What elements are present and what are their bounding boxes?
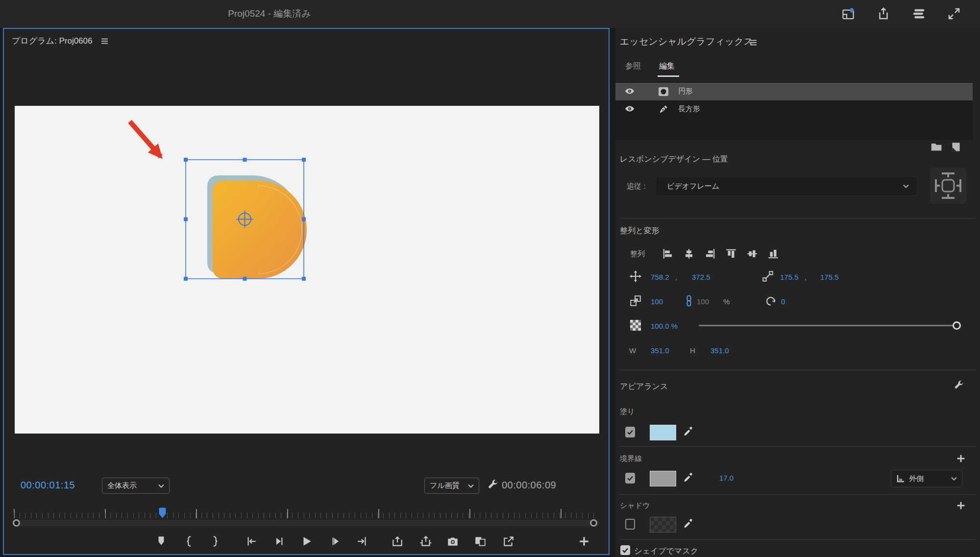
- shadow-swatch[interactable]: [650, 517, 676, 533]
- comparison-view-icon[interactable]: [474, 535, 487, 548]
- stroke-label: 境界線: [620, 454, 642, 463]
- scale-icon: [629, 294, 642, 309]
- fullscreen-icon[interactable]: [947, 6, 961, 21]
- go-to-out-icon[interactable]: [356, 535, 369, 548]
- mark-in-icon[interactable]: [183, 535, 196, 548]
- comma: ,: [675, 273, 677, 281]
- rotation-value[interactable]: 0: [781, 297, 785, 306]
- width-value[interactable]: 351.0: [651, 346, 669, 355]
- pin-to-video-frame-widget[interactable]: [930, 168, 966, 204]
- project-title: Proj0524 - 編集済み: [196, 7, 343, 20]
- current-timecode[interactable]: 00:00:01:15: [21, 480, 75, 491]
- scrollbar-right-handle[interactable]: [590, 519, 597, 527]
- settings-wrench-icon[interactable]: [486, 479, 499, 493]
- position-y-value[interactable]: 372.5: [692, 273, 710, 281]
- height-value[interactable]: 351.0: [710, 346, 729, 355]
- scale-x-value[interactable]: 100: [651, 297, 663, 306]
- playback-quality-select[interactable]: フル画質: [424, 478, 479, 494]
- stroke-checkbox[interactable]: [625, 473, 635, 484]
- program-panel-menu-icon[interactable]: [100, 36, 110, 48]
- play-icon[interactable]: [300, 535, 313, 548]
- display-zoom-select[interactable]: 全体表示: [102, 478, 170, 494]
- responsive-design-heading: レスポンシブデザイン — 位置: [620, 154, 728, 165]
- shadow-label: シャドウ: [620, 501, 650, 510]
- stroke-style-select[interactable]: 外側: [891, 470, 962, 487]
- move-icon: [629, 270, 642, 285]
- appearance-heading: アピアランス: [620, 382, 668, 392]
- circle-shape[interactable]: [213, 181, 307, 279]
- align-left-icon[interactable]: [662, 247, 674, 262]
- button-editor-plus-icon[interactable]: [578, 535, 590, 548]
- add-marker-icon[interactable]: [155, 535, 168, 548]
- anchor-x-value[interactable]: 175.5: [780, 273, 799, 281]
- add-stroke-plus-icon[interactable]: [956, 453, 966, 464]
- sequence-duration: 00:00:06:09: [502, 480, 556, 491]
- anchor-y-value[interactable]: 175.5: [820, 273, 839, 281]
- program-canvas[interactable]: [15, 106, 599, 434]
- share-icon[interactable]: [876, 6, 891, 21]
- workspace-icon[interactable]: [841, 6, 856, 21]
- opacity-value[interactable]: 100.0 %: [651, 322, 678, 330]
- shadow-checkbox[interactable]: [625, 519, 635, 530]
- follow-label: 追従 :: [627, 182, 645, 191]
- position-x-value[interactable]: 758.2: [651, 273, 669, 281]
- mask-with-shape-checkbox[interactable]: [620, 545, 630, 555]
- scrollbar-left-handle[interactable]: [13, 519, 20, 527]
- stroke-swatch[interactable]: [650, 471, 676, 486]
- shadow-eyedropper-icon[interactable]: [682, 517, 695, 532]
- link-scale-icon[interactable]: [683, 294, 695, 309]
- step-back-icon[interactable]: [273, 535, 286, 548]
- tab-edit[interactable]: 編集: [659, 61, 675, 72]
- height-label: H: [690, 346, 695, 355]
- align-center-vertical-icon[interactable]: [746, 247, 759, 262]
- mark-out-icon[interactable]: [209, 535, 221, 548]
- red-arrow-annotation: [130, 121, 161, 157]
- layer-row-rectangle[interactable]: 長方形: [615, 100, 973, 118]
- section-divider: [620, 446, 976, 447]
- monitor-zoom-scrollbar[interactable]: [12, 520, 600, 526]
- eye-icon[interactable]: [624, 86, 635, 99]
- layer-row-circle[interactable]: 円形: [615, 83, 973, 100]
- appearance-wrench-icon[interactable]: [953, 380, 964, 393]
- new-group-folder-icon[interactable]: [930, 141, 943, 155]
- lift-icon[interactable]: [391, 535, 404, 548]
- fill-swatch[interactable]: [650, 425, 676, 440]
- stroke-eyedropper-icon[interactable]: [682, 471, 695, 485]
- follow-select[interactable]: ビデオフレーム: [657, 178, 916, 194]
- playhead[interactable]: [158, 508, 167, 521]
- outer-stroke-icon: [896, 474, 905, 483]
- align-right-icon[interactable]: [704, 247, 716, 262]
- eg-panel-title: エッセンシャルグラフィックス: [620, 35, 753, 48]
- section-divider: [620, 494, 976, 495]
- eye-icon[interactable]: [624, 104, 635, 117]
- pen-icon: [658, 103, 669, 117]
- layer-list: 円形 長方形: [615, 82, 973, 140]
- chevron-down-icon: [468, 484, 474, 488]
- fill-eyedropper-icon[interactable]: [682, 425, 695, 439]
- check-icon: [627, 475, 634, 482]
- section-divider: [620, 218, 976, 218]
- step-forward-icon[interactable]: [329, 535, 342, 548]
- scale-y-value[interactable]: 100: [697, 297, 709, 306]
- add-shadow-plus-icon[interactable]: [956, 500, 966, 511]
- eg-panel-menu-icon[interactable]: [749, 38, 759, 49]
- export-icon[interactable]: [502, 535, 515, 548]
- transform-heading: 整列と変形: [620, 226, 659, 236]
- go-to-in-icon[interactable]: [245, 535, 257, 548]
- new-layer-icon[interactable]: [950, 141, 962, 155]
- stacked-panels-icon[interactable]: [911, 6, 926, 21]
- stroke-width-value[interactable]: 17.0: [719, 474, 734, 482]
- opacity-slider-handle[interactable]: [953, 321, 961, 330]
- chevron-down-icon: [158, 484, 164, 488]
- fill-label: 塗り: [620, 407, 635, 416]
- comma: ,: [805, 273, 807, 281]
- extract-icon[interactable]: [419, 535, 432, 548]
- align-bottom-icon[interactable]: [767, 247, 780, 262]
- opacity-slider-track[interactable]: [699, 325, 956, 326]
- align-center-horizontal-icon[interactable]: [683, 247, 695, 262]
- align-top-icon[interactable]: [725, 247, 737, 262]
- export-frame-icon[interactable]: [446, 535, 459, 548]
- tab-browse[interactable]: 参照: [625, 61, 641, 72]
- timeline-ruler-minor-ticks[interactable]: [14, 513, 598, 518]
- fill-checkbox[interactable]: [625, 427, 635, 437]
